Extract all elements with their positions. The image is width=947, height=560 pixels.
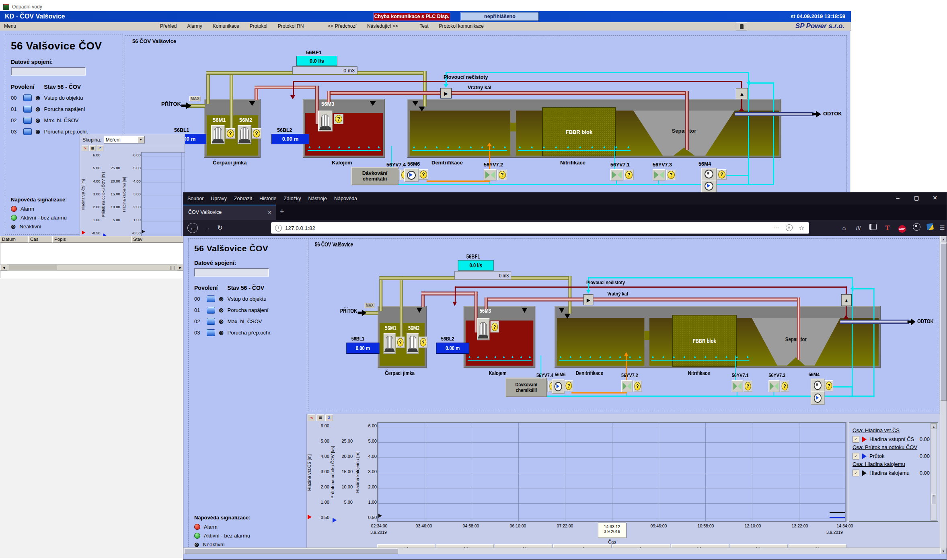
- adblock-icon[interactable]: ABP: [897, 223, 907, 233]
- table-body[interactable]: [0, 243, 184, 264]
- return-pump-icon[interactable]: ▶: [440, 88, 452, 98]
- series-checkbox[interactable]: ✓: [853, 453, 859, 459]
- pump-56M4-bottom[interactable]: [811, 391, 825, 405]
- group-combo[interactable]: Měření▼: [104, 136, 145, 144]
- menu-prehled[interactable]: Přehled: [160, 23, 177, 29]
- ff-menu-zobrazit[interactable]: Zobrazit: [234, 196, 252, 201]
- menu-protokol[interactable]: Protokol: [250, 23, 267, 29]
- ff-menu-soubor[interactable]: Soubor: [187, 196, 203, 201]
- valve-56YV7.1[interactable]: [610, 169, 623, 181]
- hamburger-menu-icon[interactable]: ☰: [937, 223, 947, 233]
- permission-button[interactable]: [207, 329, 215, 336]
- pump-56M6[interactable]: [552, 379, 564, 394]
- pump-56M2[interactable]: [407, 333, 419, 354]
- pump-56M1[interactable]: [384, 333, 396, 354]
- table-icon[interactable]: ▦: [89, 146, 96, 151]
- question-badge[interactable]: ?: [744, 381, 752, 392]
- permission-button[interactable]: [23, 106, 32, 113]
- data-connection-field[interactable]: [11, 67, 86, 76]
- page-hscrollbar[interactable]: [183, 548, 941, 554]
- question-badge[interactable]: ?: [491, 322, 499, 333]
- minimize-button[interactable]: –: [889, 193, 907, 204]
- resize-grip[interactable]: ||||: [170, 266, 175, 270]
- url-bar[interactable]: i 127.0.0.1:82 ⋯ ∨ ☆: [271, 222, 809, 234]
- menu-test[interactable]: Test: [420, 23, 429, 29]
- pump-56M1[interactable]: [211, 125, 225, 144]
- zoom-icon[interactable]: Z: [325, 414, 333, 421]
- dosing-box[interactable]: Dávkování chemikálií: [351, 167, 399, 185]
- flow-total-value[interactable]: 0 m3: [454, 271, 511, 279]
- dosing-box[interactable]: Dávkování chemikálií: [505, 377, 547, 397]
- sidebar-toggle-icon[interactable]: [868, 223, 878, 233]
- scroll-thumb[interactable]: [8, 265, 57, 270]
- axis1-cursor[interactable]: [308, 515, 312, 519]
- question-badge[interactable]: ?: [666, 170, 676, 180]
- new-tab-button[interactable]: +: [280, 207, 284, 216]
- site-info-icon[interactable]: i: [275, 225, 282, 232]
- floating-pump-icon[interactable]: ▲: [841, 294, 852, 306]
- valve-56YV7.1[interactable]: [732, 380, 743, 392]
- app-titlebar[interactable]: Odpadní vody: [0, 2, 851, 11]
- ff-menu-napoveda[interactable]: Nápověda: [334, 196, 357, 201]
- axis2-cursor[interactable]: [333, 518, 337, 523]
- flow-meter-value[interactable]: 0.0 l/s: [458, 260, 494, 271]
- series-checkbox[interactable]: ✓: [853, 436, 859, 443]
- trend-icon[interactable]: ∿: [308, 414, 315, 421]
- menu-protokol-komunikace[interactable]: Protokol komunikace: [439, 23, 484, 29]
- permission-button[interactable]: [207, 318, 215, 325]
- permission-button[interactable]: [207, 295, 215, 302]
- pump-56M2[interactable]: [238, 125, 251, 144]
- question-badge[interactable]: ?: [565, 380, 573, 392]
- flow-meter-value[interactable]: 0.0 l/s: [296, 56, 337, 66]
- table-hscrollbar[interactable]: ◀ |||| ▶: [0, 264, 184, 271]
- bookmark-ext-icon[interactable]: [925, 223, 935, 233]
- series-checkbox[interactable]: ✓: [853, 470, 859, 476]
- valve-56YV7.2[interactable]: [484, 169, 497, 181]
- close-button[interactable]: ✕: [926, 193, 944, 204]
- ff-menu-zalozky[interactable]: Záložky: [283, 196, 301, 201]
- pocket-icon[interactable]: ∨: [786, 224, 793, 231]
- extension-t-icon[interactable]: T: [882, 223, 893, 233]
- scroll-down-icon[interactable]: ▼: [940, 548, 947, 554]
- menu-nasledujici[interactable]: Následující >>: [367, 23, 398, 29]
- url-text[interactable]: 127.0.0.1:82: [285, 225, 315, 231]
- bookmark-star-icon[interactable]: ☆: [799, 224, 804, 232]
- menu-protokol-rn[interactable]: Protokol RN: [278, 23, 304, 29]
- ff-menu-nastroje[interactable]: Nástroje: [308, 196, 327, 201]
- return-pump-icon[interactable]: ▶: [583, 294, 593, 306]
- scroll-up-icon[interactable]: ▲: [940, 236, 947, 242]
- flow-total-value[interactable]: 0 m3: [292, 66, 357, 74]
- page-actions-icon[interactable]: ⋯: [773, 224, 779, 232]
- question-badge[interactable]: ?: [497, 170, 507, 180]
- back-icon[interactable]: ←: [187, 223, 198, 233]
- question-badge[interactable]: ?: [825, 380, 833, 392]
- home-icon[interactable]: ⌂: [839, 223, 849, 233]
- permission-button[interactable]: [23, 94, 32, 101]
- menu-alarmy[interactable]: Alarmy: [187, 23, 202, 29]
- legend-scrollbar[interactable]: ▲≡: [931, 423, 937, 521]
- question-badge[interactable]: ?: [633, 381, 642, 392]
- profile-icon[interactable]: [911, 223, 922, 233]
- floating-pump-icon[interactable]: ▲: [736, 88, 748, 99]
- question-badge[interactable]: ?: [226, 128, 235, 139]
- forward-icon[interactable]: →: [202, 223, 212, 233]
- pump-56M4-top[interactable]: [811, 379, 825, 392]
- valve-56YV7.2[interactable]: [621, 380, 633, 392]
- pump-56M6[interactable]: [404, 168, 419, 182]
- maximize-button[interactable]: ▢: [907, 193, 926, 204]
- pump-56M4-bottom[interactable]: [701, 180, 717, 193]
- menu-tool-button[interactable]: [736, 23, 747, 31]
- question-badge[interactable]: ?: [717, 169, 727, 180]
- data-connection-field[interactable]: [194, 268, 269, 277]
- zoom-icon[interactable]: Z: [97, 146, 103, 151]
- tab-close-icon[interactable]: ✕: [268, 209, 272, 215]
- ff-menu-historie[interactable]: Historie: [259, 196, 276, 201]
- question-badge[interactable]: ?: [396, 337, 405, 348]
- login-status[interactable]: nepřihlášeno: [461, 12, 539, 21]
- browser-titlebar[interactable]: Soubor Úpravy Zobrazit Historie Záložky …: [183, 193, 947, 205]
- menu-komunikace[interactable]: Komunikace: [213, 23, 239, 29]
- level-value[interactable]: 0.00 m: [271, 134, 309, 144]
- question-badge[interactable]: ?: [334, 114, 343, 124]
- menu-button[interactable]: Menu: [4, 23, 16, 29]
- reload-icon[interactable]: ↻: [215, 223, 225, 233]
